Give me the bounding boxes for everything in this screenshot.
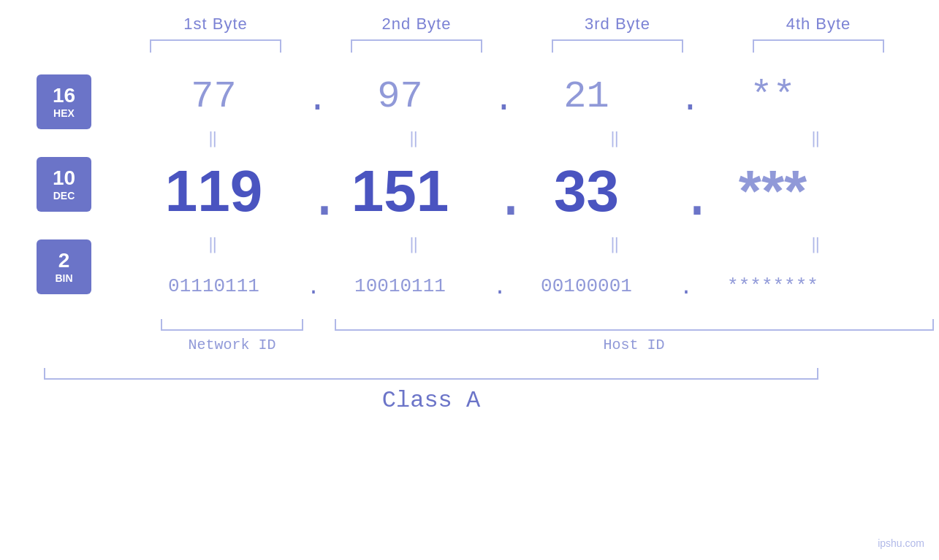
hex-badge: 16 HEX: [37, 74, 91, 129]
byte4-column: 4th Byte: [718, 15, 919, 53]
class-right-spacer: [818, 368, 939, 414]
dec-val-2: 151: [351, 158, 449, 223]
bin-cell-1: 01110111: [113, 275, 314, 297]
dec-cell-3: 33: [486, 162, 687, 220]
equals-row-2: ‖ ‖ ‖ ‖: [113, 231, 939, 257]
data-grid: 77 . 97 . 21 . ** ‖ ‖: [113, 67, 939, 315]
network-id-section: Network ID: [132, 319, 332, 353]
hex-label: HEX: [53, 107, 75, 119]
content-area: 16 HEX 10 DEC 2 BIN 77 . 97: [0, 67, 939, 315]
bin-cell-4: ********: [672, 275, 873, 297]
network-bracket: [161, 319, 303, 331]
dec-label: DEC: [53, 190, 75, 202]
host-bracket: [335, 319, 934, 331]
byte3-bracket-top: [552, 39, 683, 53]
byte4-bracket-top: [753, 39, 884, 53]
hex-number: 16: [53, 85, 75, 107]
byte1-bracket-top: [150, 39, 281, 53]
bracket-labels-row: Network ID Host ID: [132, 319, 939, 353]
byte2-label: 2nd Byte: [382, 15, 452, 34]
hex-val-4: **: [750, 75, 795, 118]
host-id-section: Host ID: [332, 319, 935, 353]
bin-number: 2: [58, 250, 70, 272]
dec-row: 119 . 151 . 33 . ***: [113, 151, 939, 231]
watermark: ipshu.com: [878, 537, 924, 549]
eq1-cell3: ‖: [515, 129, 716, 148]
dec-val-1: 119: [165, 158, 262, 223]
equals-row-1: ‖ ‖ ‖ ‖: [113, 126, 939, 151]
host-id-label: Host ID: [603, 337, 664, 353]
dec-cell-4: ***: [672, 162, 873, 220]
byte1-label: 1st Byte: [183, 15, 247, 34]
hex-val-3: 21: [563, 75, 609, 118]
byte2-bracket-top: [351, 39, 482, 53]
dec-val-3: 33: [554, 158, 619, 223]
byte3-label: 3rd Byte: [585, 15, 650, 34]
bin-cell-3: 00100001: [486, 275, 687, 297]
eq2-cell2: ‖: [314, 234, 515, 254]
class-label: Class A: [382, 387, 480, 414]
byte2-column: 2nd Byte: [316, 15, 517, 53]
hex-row: 77 . 97 . 21 . **: [113, 67, 939, 126]
dec-badge: 10 DEC: [37, 157, 91, 212]
bin-label: BIN: [55, 272, 72, 284]
eq2-cell4: ‖: [716, 234, 917, 254]
base-badges: 16 HEX 10 DEC 2 BIN: [37, 74, 91, 294]
hex-val-2: 97: [377, 75, 422, 118]
network-id-label: Network ID: [188, 337, 275, 353]
bin-val-4: ********: [727, 275, 818, 297]
byte1-column: 1st Byte: [115, 15, 316, 53]
hex-cell-1: 77: [113, 75, 314, 118]
hex-cell-4: **: [672, 75, 873, 118]
bin-badge: 2 BIN: [37, 239, 91, 294]
class-bracket: [44, 368, 818, 380]
dec-cell-2: 151: [300, 162, 501, 220]
bin-cell-2: 10010111: [300, 275, 501, 297]
hex-cell-3: 21: [486, 75, 687, 118]
class-bracket-area: Class A: [44, 368, 818, 414]
eq1-cell1: ‖: [113, 129, 314, 148]
bin-val-1: 01110111: [168, 275, 259, 297]
eq1-cell2: ‖: [314, 129, 515, 148]
eq1-cell4: ‖: [716, 129, 917, 148]
bin-val-2: 10010111: [354, 275, 446, 297]
main-container: 1st Byte 2nd Byte 3rd Byte 4th Byte 16 H…: [0, 0, 939, 560]
header-row: 1st Byte 2nd Byte 3rd Byte 4th Byte: [0, 15, 939, 53]
dec-val-4: ***: [739, 158, 807, 223]
hex-val-1: 77: [191, 75, 236, 118]
bin-val-3: 00100001: [541, 275, 632, 297]
bottom-bracket-section: Network ID Host ID: [0, 319, 939, 353]
byte4-label: 4th Byte: [786, 15, 851, 34]
byte3-column: 3rd Byte: [517, 15, 718, 53]
dec-cell-1: 119: [113, 162, 314, 220]
eq2-cell1: ‖: [113, 234, 314, 254]
hex-cell-2: 97: [300, 75, 501, 118]
class-left-spacer: [0, 368, 44, 414]
dec-number: 10: [53, 167, 75, 190]
class-row: Class A: [0, 368, 939, 414]
eq2-cell3: ‖: [515, 234, 716, 254]
bin-row: 01110111 . 10010111 . 00100001 . *******…: [113, 257, 939, 315]
